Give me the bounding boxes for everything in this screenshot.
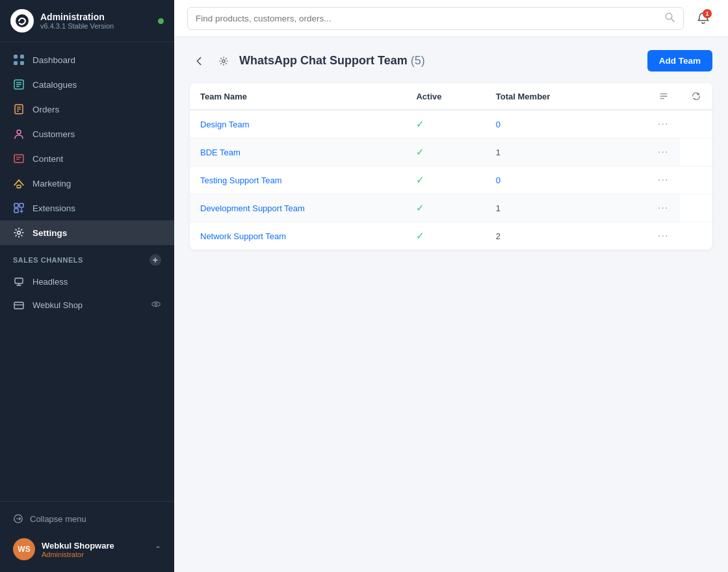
collapse-menu-button[interactable]: Collapse menu <box>10 510 164 528</box>
user-info: Webkul Shopware Administrator <box>42 541 114 558</box>
empty-cell <box>615 222 647 250</box>
action-dots-cell[interactable]: ··· <box>647 138 680 166</box>
headless-label: Headless <box>32 277 68 287</box>
sidebar-item-label-customers: Customers <box>32 129 75 139</box>
sidebar-header: Administration v6.4.3.1 Stable Version <box>0 0 174 42</box>
sidebar-item-webkul-shop[interactable]: Webkul Shop <box>0 293 174 317</box>
sidebar-item-label-settings: Settings <box>32 228 67 238</box>
col-active: Active <box>406 83 485 110</box>
webkul-shop-icon <box>13 300 25 311</box>
sidebar-item-label-dashboard: Dashboard <box>32 55 75 65</box>
sidebar-item-headless[interactable]: Headless <box>0 270 174 293</box>
svg-line-31 <box>671 18 674 21</box>
svg-rect-14 <box>14 155 23 162</box>
sidebar-item-label-marketing: Marketing <box>32 179 71 188</box>
svg-rect-2 <box>20 55 24 58</box>
active-check-icon: ✓ <box>416 174 424 185</box>
active-cell: ✓ <box>406 110 485 138</box>
main-content: 1 WhatsApp Chat Support Team (5) Add Tea… <box>174 0 728 572</box>
settings-icon <box>13 227 25 239</box>
member-count-cell: 2 <box>486 222 615 250</box>
add-sales-channel-button[interactable]: + <box>150 254 161 266</box>
table-row: Network Support Team ✓ 2 ··· <box>190 222 712 250</box>
member-count-cell: 1 <box>486 138 615 166</box>
page-settings-button[interactable] <box>214 52 233 70</box>
active-check-icon: ✓ <box>416 118 424 129</box>
sidebar-item-catalogues[interactable]: Catalogues <box>0 72 174 97</box>
back-button[interactable] <box>190 52 208 70</box>
svg-point-0 <box>16 14 29 27</box>
sidebar-item-label-orders: Orders <box>32 105 59 114</box>
svg-rect-25 <box>14 302 23 309</box>
table-row: BDE Team ✓ 1 ··· <box>190 138 712 166</box>
marketing-icon <box>13 177 25 189</box>
table-row: Testing Support Team ✓ 0 ··· <box>190 166 712 194</box>
sidebar-item-label-content: Content <box>32 154 63 164</box>
svg-rect-17 <box>17 185 21 188</box>
user-chevron-icon: ⌃ <box>155 545 161 554</box>
active-cell: ✓ <box>406 194 485 222</box>
action-dots-cell[interactable]: ··· <box>647 222 680 250</box>
active-check-icon: ✓ <box>416 146 424 157</box>
app-title-block: Administration v6.4.3.1 Stable Version <box>40 12 151 30</box>
active-cell: ✓ <box>406 166 485 194</box>
notification-badge: 1 <box>703 9 712 18</box>
table-row: Design Team ✓ 0 ··· <box>190 110 712 138</box>
svg-rect-19 <box>20 203 23 207</box>
active-cell: ✓ <box>406 222 485 250</box>
table-row: Development Support Team ✓ 1 ··· <box>190 194 712 222</box>
app-name: Administration <box>40 12 151 22</box>
sidebar-item-settings[interactable]: Settings <box>0 220 174 245</box>
user-role: Administrator <box>42 551 114 558</box>
team-name-cell[interactable]: Design Team <box>190 110 406 138</box>
user-avatar: WS <box>13 538 35 560</box>
col-team-name: Team Name <box>190 83 406 110</box>
content-icon <box>13 153 25 164</box>
search-icon[interactable] <box>664 12 675 25</box>
sidebar-item-label-extensions: Extensions <box>32 203 75 213</box>
action-dots-cell[interactable]: ··· <box>647 194 680 222</box>
svg-point-13 <box>17 130 21 134</box>
action-dots-cell[interactable]: ··· <box>647 166 680 194</box>
teams-table: Team Name Active Total Member <box>190 83 712 250</box>
sidebar-item-dashboard[interactable]: Dashboard <box>0 47 174 72</box>
svg-rect-18 <box>14 203 18 207</box>
sidebar-item-extensions[interactable]: Extensions <box>0 196 174 220</box>
user-profile[interactable]: WS Webkul Shopware Administrator ⌃ <box>10 534 164 564</box>
svg-point-21 <box>18 231 21 235</box>
sidebar-item-customers[interactable]: Customers <box>0 122 174 146</box>
catalogue-icon <box>13 79 25 90</box>
search-bar <box>187 7 684 30</box>
member-count-cell[interactable]: 0 <box>486 110 615 138</box>
webkul-shop-label: Webkul Shop <box>32 300 83 310</box>
sidebar-item-orders[interactable]: Orders <box>0 97 174 122</box>
page-count: (5) <box>411 54 425 67</box>
eye-icon <box>151 299 161 311</box>
sidebar-item-content[interactable]: Content <box>0 146 174 171</box>
col-refresh-icon[interactable] <box>680 83 712 110</box>
search-input[interactable] <box>196 14 659 23</box>
team-name-cell[interactable]: Network Support Team <box>190 222 406 250</box>
svg-point-28 <box>155 303 157 306</box>
sidebar-item-label-catalogues: Catalogues <box>32 80 77 90</box>
svg-rect-22 <box>15 278 23 283</box>
app-logo <box>10 9 34 32</box>
active-check-icon: ✓ <box>416 230 424 241</box>
team-name-cell[interactable]: Development Support Team <box>190 194 406 222</box>
empty-cell <box>615 194 647 222</box>
app-version: v6.4.3.1 Stable Version <box>40 22 151 30</box>
page-header: WhatsApp Chat Support Team (5) Add Team <box>190 50 712 72</box>
notifications-button[interactable]: 1 <box>692 6 715 30</box>
action-dots-cell[interactable]: ··· <box>647 110 680 138</box>
customers-icon <box>13 128 25 140</box>
sidebar-item-marketing[interactable]: Marketing <box>0 171 174 196</box>
col-list-icon[interactable] <box>647 83 680 110</box>
member-count-cell[interactable]: 0 <box>486 166 615 194</box>
sidebar-footer: Collapse menu WS Webkul Shopware Adminis… <box>0 501 174 572</box>
team-name-cell[interactable]: BDE Team <box>190 138 406 166</box>
teams-table-container: Team Name Active Total Member <box>190 83 712 250</box>
orders-icon <box>13 103 25 115</box>
team-name-cell[interactable]: Testing Support Team <box>190 166 406 194</box>
user-name: Webkul Shopware <box>42 541 114 551</box>
add-team-button[interactable]: Add Team <box>647 50 712 72</box>
